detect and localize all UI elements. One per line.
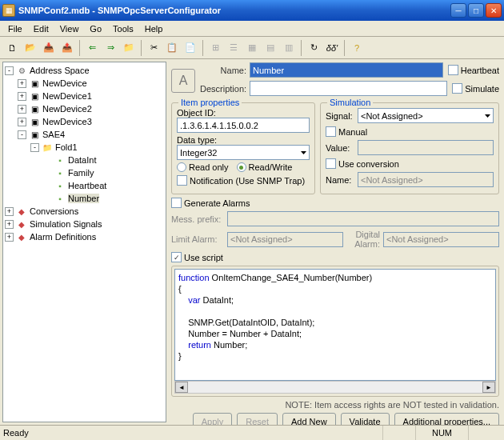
item-icon: ▪ bbox=[54, 154, 66, 166]
menu-edit[interactable]: Edit bbox=[29, 22, 54, 35]
tool3-icon[interactable]: ▦ bbox=[243, 39, 261, 57]
net-icon: ▣ bbox=[28, 129, 41, 140]
prefix-input bbox=[227, 211, 499, 226]
addnew-button[interactable]: Add New bbox=[282, 413, 336, 425]
tree-item-sae4[interactable]: -▣SAE4 bbox=[5, 128, 164, 141]
tree-item-newdevice[interactable]: +▣NewDevice bbox=[5, 77, 164, 90]
expand-icon[interactable]: + bbox=[5, 207, 14, 216]
export-icon[interactable]: 📤 bbox=[58, 39, 76, 57]
reset-button[interactable]: Reset bbox=[237, 413, 278, 425]
tree-pane[interactable]: -⚙Address Space+▣NewDevice+▣NewDevice1+▣… bbox=[2, 62, 166, 422]
tool1-icon[interactable]: ⊞ bbox=[206, 39, 224, 57]
refresh-icon[interactable]: ↻ bbox=[305, 39, 322, 57]
manual-checkbox[interactable] bbox=[326, 126, 336, 137]
scroll-left-icon[interactable]: ◄ bbox=[175, 382, 188, 393]
menu-tools[interactable]: Tools bbox=[108, 22, 138, 35]
name-input[interactable] bbox=[250, 62, 443, 78]
useconversion-checkbox[interactable] bbox=[326, 158, 336, 169]
content-pane: A Name: Heartbeat Description: Simulate bbox=[166, 59, 504, 425]
expand-icon[interactable]: + bbox=[18, 105, 26, 114]
simulate-checkbox[interactable] bbox=[452, 83, 462, 94]
heartbeat-label: Heartbeat bbox=[461, 66, 499, 75]
objectid-input[interactable] bbox=[177, 118, 310, 133]
description-input[interactable] bbox=[250, 81, 447, 96]
tool4-icon[interactable]: ▤ bbox=[262, 39, 279, 57]
expand-icon[interactable]: + bbox=[5, 220, 14, 229]
readwrite-label: Read/Write bbox=[249, 162, 293, 172]
additional-properties-button[interactable]: Additional properties... bbox=[394, 413, 499, 425]
simulate-label: Simulate bbox=[465, 84, 499, 94]
description-label: Description: bbox=[200, 84, 250, 94]
readonly-radio[interactable] bbox=[177, 162, 186, 172]
item-icon: ▪ bbox=[54, 193, 66, 204]
titlebar: ▦ SNMPConf2.mdb - SNMPOpcServerConfigura… bbox=[0, 0, 504, 21]
menu-view[interactable]: View bbox=[55, 22, 84, 35]
back-icon[interactable]: ⇐ bbox=[83, 39, 101, 57]
open-icon[interactable]: 📂 bbox=[22, 39, 39, 57]
forward-icon[interactable]: ⇒ bbox=[102, 39, 119, 57]
tree-item-heartbeat[interactable]: ▪Heartbeat bbox=[5, 179, 164, 192]
digitalalarm-select: <Not Assigned> bbox=[383, 232, 499, 247]
menu-file[interactable]: File bbox=[3, 22, 27, 35]
tree-item-newdevice2[interactable]: +▣NewDevice2 bbox=[5, 102, 164, 115]
paste-icon[interactable]: 📄 bbox=[182, 39, 199, 57]
import-icon[interactable]: 📥 bbox=[40, 39, 58, 57]
tree-item-fold1[interactable]: -📁Fold1 bbox=[5, 141, 164, 154]
tree-item-newdevice1[interactable]: +▣NewDevice1 bbox=[5, 90, 164, 102]
expand-icon[interactable]: + bbox=[5, 233, 14, 242]
value-label: Value: bbox=[326, 143, 358, 153]
tree-item-address-space[interactable]: -⚙Address Space bbox=[5, 64, 164, 77]
limitalarm-label: Limit Alarm: bbox=[171, 234, 227, 244]
up-icon[interactable]: 📁 bbox=[120, 39, 138, 57]
menu-help[interactable]: Help bbox=[140, 22, 168, 35]
manual-label: Manual bbox=[338, 127, 367, 137]
scroll-right-icon[interactable]: ► bbox=[482, 382, 495, 393]
tree-item-simulation-signals[interactable]: +◆Simulation Signals bbox=[5, 218, 164, 230]
copy-icon[interactable]: 📋 bbox=[163, 39, 181, 57]
heartbeat-checkbox[interactable] bbox=[448, 65, 458, 75]
menu-go[interactable]: Go bbox=[85, 22, 106, 35]
tree-label: NewDevice2 bbox=[42, 104, 92, 114]
item-icon: ▪ bbox=[54, 167, 66, 178]
maximize-button[interactable]: □ bbox=[468, 3, 484, 18]
tree-item-newdevice3[interactable]: +▣NewDevice3 bbox=[5, 115, 164, 128]
notification-checkbox[interactable] bbox=[177, 175, 187, 186]
expand-icon[interactable]: - bbox=[18, 130, 26, 139]
script-hscroll[interactable]: ◄ ► bbox=[174, 381, 496, 394]
validate-button[interactable]: Validate bbox=[341, 413, 390, 425]
tool2-icon[interactable]: ☰ bbox=[225, 39, 242, 57]
gear-icon: ⚙ bbox=[15, 65, 28, 76]
tree-label: Conversions bbox=[30, 206, 78, 216]
minimize-button[interactable]: ─ bbox=[450, 3, 466, 18]
status-empty2 bbox=[468, 426, 501, 440]
tree-label: DataInt bbox=[68, 155, 96, 165]
tree-item-conversions[interactable]: +◆Conversions bbox=[5, 205, 164, 218]
tree-label: Alarm Definitions bbox=[30, 232, 96, 242]
readwrite-radio[interactable] bbox=[237, 162, 246, 172]
close-button[interactable]: ✕ bbox=[486, 3, 502, 18]
tree-item-alarm-definitions[interactable]: +◆Alarm Definitions bbox=[5, 230, 164, 243]
find-icon[interactable]: δδ' bbox=[323, 39, 341, 57]
expand-icon[interactable]: - bbox=[5, 66, 14, 75]
item2-icon: ◆ bbox=[15, 231, 28, 242]
note-text: NOTE: Item access rights are NOT tested … bbox=[171, 400, 499, 410]
expand-icon[interactable]: + bbox=[18, 92, 26, 101]
new-icon[interactable]: 🗋 bbox=[3, 39, 21, 57]
expand-icon[interactable]: + bbox=[18, 118, 26, 126]
tree-item-family[interactable]: ▪Family bbox=[5, 166, 164, 179]
expand-icon[interactable]: + bbox=[18, 79, 26, 88]
cut-icon[interactable]: ✂ bbox=[145, 39, 162, 57]
tree-label: NewDevice bbox=[42, 78, 87, 88]
window-title: SNMPConf2.mdb - SNMPOpcServerConfigurato… bbox=[18, 6, 450, 15]
apply-button[interactable]: Apply bbox=[193, 413, 233, 425]
expand-icon[interactable]: - bbox=[30, 143, 39, 152]
script-textarea[interactable]: function OnItemChange_SAE4_Number(Number… bbox=[174, 269, 496, 381]
help-icon[interactable]: ? bbox=[348, 39, 366, 57]
signal-select[interactable]: <Not Assigned> bbox=[358, 108, 494, 123]
generate-alarms-checkbox[interactable] bbox=[171, 198, 182, 208]
tool5-icon[interactable]: ▥ bbox=[280, 39, 298, 57]
datatype-select[interactable]: Integer32 bbox=[177, 145, 310, 160]
usescript-checkbox[interactable]: ✓ bbox=[171, 252, 182, 262]
tree-item-number[interactable]: ▪Number bbox=[5, 192, 164, 205]
tree-item-dataint[interactable]: ▪DataInt bbox=[5, 154, 164, 166]
